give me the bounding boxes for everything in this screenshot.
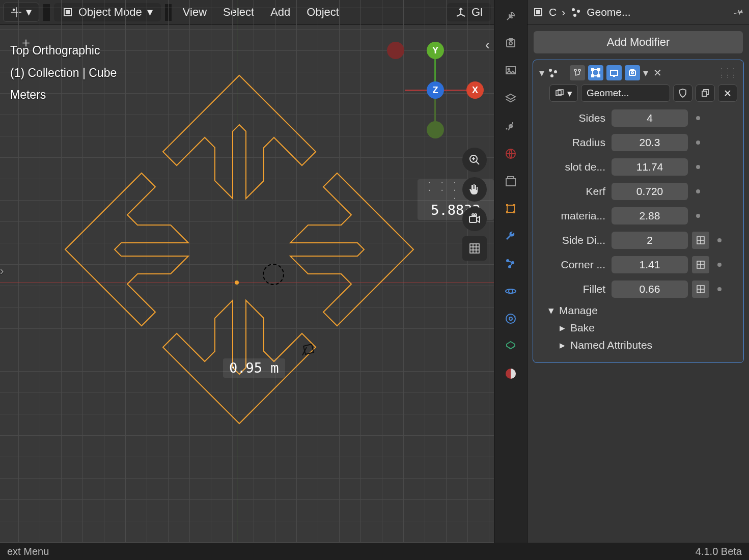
svg-rect-65 (611, 70, 618, 75)
tab-render[interactable] (502, 35, 520, 53)
svg-rect-35 (513, 211, 515, 213)
svg-rect-32 (506, 204, 508, 206)
toggle-editmode[interactable] (588, 65, 603, 80)
collapse-icon[interactable]: ▾ (539, 67, 544, 79)
3d-viewport[interactable]: ▾ Object Mode ▾ View Select Add Object (0, 0, 494, 543)
svg-rect-30 (508, 177, 514, 179)
subpanel-manage[interactable]: ▾Manage (548, 304, 737, 317)
tab-scene[interactable] (502, 117, 520, 135)
svg-point-41 (509, 289, 513, 293)
gizmo-x[interactable]: X (466, 81, 484, 99)
close-icon[interactable]: ✕ (653, 67, 662, 79)
tab-viewlayer[interactable] (502, 90, 520, 108)
nav-gizmo[interactable]: Y Z X (387, 42, 484, 138)
tab-physics[interactable] (502, 282, 520, 300)
subpanel-named-attrs[interactable]: ▸Named Attributes (560, 339, 737, 351)
chevron-down-icon: ▾ (548, 304, 554, 317)
copy-icon[interactable] (696, 85, 715, 102)
drag-handle-icon[interactable]: ⋮⋮⋮⋮⋮⋮ (719, 67, 737, 78)
prop-label: Fillet (539, 283, 607, 295)
prop-value-slider[interactable]: 20.3 (612, 134, 688, 151)
breadcrumb-sep: › (562, 6, 565, 18)
toolbar-collapse-handle[interactable]: › (0, 265, 4, 278)
attribute-toggle[interactable] (692, 281, 709, 298)
n-panel-handle[interactable]: ‹ (485, 37, 490, 53)
zoom-button[interactable] (462, 148, 487, 172)
attribute-toggle[interactable] (692, 232, 709, 249)
tab-modifiers[interactable] (502, 227, 520, 245)
tab-particles[interactable] (502, 255, 520, 273)
subpanel-bake[interactable]: ▸Bake (560, 322, 737, 334)
animate-dot[interactable] (696, 141, 700, 145)
svg-point-15 (475, 214, 477, 216)
modifier-name-field[interactable]: Geomet... (581, 85, 670, 102)
tab-data[interactable] (502, 337, 520, 355)
prop-value-slider[interactable]: 0.720 (612, 183, 688, 200)
chevron-right-icon: ▸ (560, 339, 565, 351)
animate-dot[interactable] (696, 116, 700, 120)
gizmo-neg-x[interactable] (387, 42, 404, 59)
animate-dot[interactable] (717, 263, 722, 267)
prop-row-2: slot de...11.74 (539, 157, 737, 177)
tab-world[interactable] (502, 145, 520, 163)
modifier-panel: ▾ ▾ ✕ ⋮⋮⋮⋮⋮⋮ ▾ (533, 60, 744, 363)
prop-row-1: Radius20.3 (539, 132, 737, 153)
prop-value-slider[interactable]: 4 (612, 109, 688, 127)
pin-icon[interactable]: 📌︎ (731, 4, 746, 20)
add-modifier-label: Add Modifier (607, 36, 670, 49)
animate-dot[interactable] (696, 214, 700, 218)
prop-label: Kerf (539, 185, 607, 198)
tab-object[interactable] (502, 200, 520, 218)
prop-value-slider[interactable]: 1.41 (612, 256, 688, 273)
svg-rect-13 (469, 216, 477, 222)
tab-constraints[interactable] (502, 310, 520, 328)
tab-collection[interactable] (502, 172, 520, 190)
properties-tabs (494, 0, 528, 543)
toggle-edit-node[interactable] (570, 65, 585, 80)
chevron-right-icon: ▸ (560, 322, 565, 334)
svg-point-51 (573, 14, 576, 17)
tab-material[interactable] (502, 365, 520, 383)
prop-value-slider[interactable]: 11.74 (612, 158, 688, 176)
svg-rect-48 (536, 10, 540, 14)
properties-panel: C › Geome... 📌︎ ＋ Add Modifier ▾ (494, 0, 749, 543)
prop-row-0: Sides4 (539, 108, 737, 128)
prop-value-slider[interactable]: 0.66 (612, 281, 688, 298)
add-modifier-button[interactable]: ＋ Add Modifier (534, 31, 743, 53)
animate-dot[interactable] (717, 287, 722, 291)
prop-value-slider[interactable]: 2.88 (612, 207, 688, 225)
animate-dot[interactable] (717, 238, 722, 242)
svg-point-55 (574, 69, 576, 71)
cube-icon (533, 7, 544, 18)
pan-button[interactable] (462, 177, 487, 202)
prop-label: Corner ... (539, 259, 607, 271)
svg-rect-62 (598, 69, 600, 71)
prop-label: Radius (539, 136, 607, 149)
shield-icon[interactable] (673, 85, 692, 102)
animate-dot[interactable] (696, 189, 700, 193)
toggle-realtime[interactable] (606, 65, 622, 80)
tab-output[interactable] (502, 62, 520, 80)
gizmo-neg-y[interactable] (427, 121, 444, 138)
svg-point-44 (506, 314, 515, 323)
gizmo-z[interactable]: Z (427, 81, 444, 99)
svg-rect-16 (470, 244, 479, 253)
node-group-link[interactable]: ▾ (549, 85, 578, 102)
animate-dot[interactable] (696, 165, 700, 169)
perspective-toggle[interactable] (462, 236, 487, 261)
unlink-icon[interactable]: ✕ (718, 85, 737, 102)
gizmo-y[interactable]: Y (427, 42, 444, 59)
breadcrumb-modifier[interactable]: Geome... (587, 6, 630, 18)
breadcrumb-object[interactable]: C (549, 6, 557, 18)
camera-view-button[interactable] (462, 207, 487, 231)
svg-point-49 (572, 8, 575, 11)
tab-tool[interactable] (502, 7, 520, 25)
svg-line-10 (476, 161, 479, 164)
extras-dropdown[interactable]: ▾ (643, 67, 648, 79)
svg-point-50 (577, 10, 580, 13)
prop-row-3: Kerf0.720 (539, 181, 737, 202)
toggle-render[interactable] (625, 65, 640, 80)
attribute-toggle[interactable] (692, 256, 709, 273)
svg-line-59 (575, 74, 579, 75)
prop-value-slider[interactable]: 2 (612, 232, 688, 249)
